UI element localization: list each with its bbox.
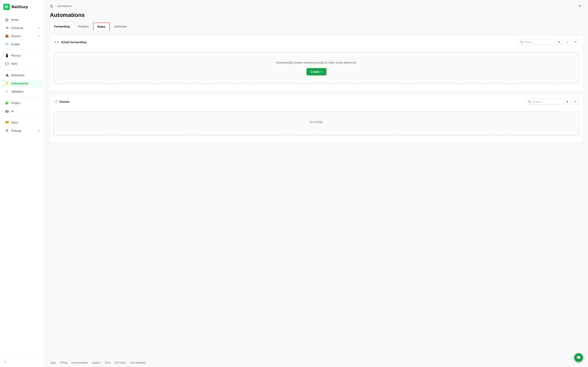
breadcrumb: 🏠 > automations [50,4,72,8]
plans-icon: 💳 [5,120,9,124]
forwarding-empty-text: Automatically forward matching emails to… [58,60,575,65]
sidebar-item-home[interactable]: 🏠 Home [2,16,43,24]
home-breadcrumb-icon[interactable]: 🏠 [50,4,53,8]
filter-icon: ▼ [558,41,561,44]
nav-divider [3,50,42,50]
add-icon: + [567,41,568,44]
tab-repliers[interactable]: Repliers [74,23,93,30]
sidebar-item-label: Plans [11,121,18,124]
sidebar-item-sms[interactable]: 💬 SMS [2,60,43,68]
events-search-placeholder: Search... [532,100,543,103]
page-title: Automations [50,12,583,18]
sidebar-item-label: Webhooks [11,74,25,77]
sidebar-item-plugins[interactable]: 🧩 Plugins [2,99,43,107]
sidebar-item-label: Settings [11,129,21,132]
tab-rules[interactable]: Rules [93,23,110,30]
events-section-card: 🕐 Events 🔍 Search... ▼ ↻ [50,95,583,143]
footer-link-feedback[interactable]: Give feedback [130,361,146,364]
footer-link-api-status[interactable]: API Status [114,361,126,364]
sidebar-item-label: SMS [11,62,17,66]
events-title-row: 🕐 Events [54,100,70,103]
automations-icon: ⚡ [5,81,9,85]
forwarding-search-box[interactable]: 🔍 Search... [518,39,554,45]
forwarding-title-row: ►► Email forwarding [54,40,86,44]
sidebar-item-phones[interactable]: 📱 Phones [2,52,43,59]
sidebar-item-label: Validation [11,90,23,93]
home-icon: 🏠 [5,18,9,22]
forwarding-empty-state: Automatically forward matching emails to… [53,52,580,84]
events-section-header: 🕐 Events 🔍 Search... ▼ ↻ [50,95,583,108]
chat-bubble-button[interactable]: 💬 [574,353,583,362]
sidebar-item-automations[interactable]: ⚡ Automations [2,79,43,87]
collapse-sidebar-button[interactable]: « [3,359,42,365]
events-filter-button[interactable]: ▼ [564,98,571,105]
webhooks-icon: 🔌 [5,73,9,77]
forwarding-search-placeholder: Search... [524,41,535,44]
chevron-down-icon: ▾ [39,129,40,132]
events-empty-state: No results. [53,111,580,136]
phones-icon: 📱 [5,54,9,58]
search-icon: 🔍 [528,100,531,103]
tab-forwarding[interactable]: Forwarding [50,23,74,30]
page-footer: Legal Pricing Documentation Support Tool… [45,358,588,367]
forwarding-title-icon: ►► [54,40,60,44]
ai-icon: 🤖 [5,109,9,113]
nav-divider [3,117,42,117]
logo[interactable]: M MailSlurp [0,0,45,14]
events-actions: 🔍 Search... ▼ ↻ [526,98,579,105]
forwarding-refresh-button[interactable]: ↻ [572,39,579,45]
sidebar-item-compose[interactable]: ✉ Compose ▾ [2,24,43,32]
footer-link-legal[interactable]: Legal [50,361,56,364]
sidebar: M MailSlurp 🏠 Home ✉ Compose ▾ 📥 Inboxes… [0,0,45,367]
compose-icon: ✉ [5,26,9,30]
create-forwarding-button[interactable]: Create + [306,68,327,75]
tab-scheduler[interactable]: Scheduler [110,23,131,30]
app-name: MailSlurp [11,5,28,9]
events-search-box[interactable]: 🔍 Search... [526,99,562,105]
events-refresh-button[interactable]: ↻ [572,98,579,105]
clock-icon: 🕐 [54,100,58,103]
sms-icon: 💬 [5,62,9,66]
forwarding-section-title: Email forwarding [61,40,86,44]
footer-link-support[interactable]: Support [92,361,101,364]
nav-divider [3,97,42,97]
settings-gear-button[interactable]: ⚙ [576,2,583,9]
sidebar-item-label: Emails [11,43,20,46]
forwarding-section-header: ►► Email forwarding 🔍 Search... ▼ + [50,35,583,49]
sidebar-item-plans[interactable]: 💳 Plans [2,118,43,126]
create-button-label: Create [311,70,320,73]
create-button-plus-icon: + [321,70,322,73]
sidebar-nav: 🏠 Home ✉ Compose ▾ 📥 Inboxes ▾ 📧 Emails … [0,14,45,356]
inboxes-icon: 📥 [5,34,9,38]
topbar: 🏠 > automations ⚙ [45,0,588,12]
events-empty-text: No results. [58,120,575,124]
sidebar-item-validation[interactable]: ✓ Validation [2,87,43,95]
footer-link-tools[interactable]: Tools [105,361,111,364]
sidebar-item-label: Compose [11,26,23,30]
forwarding-actions: 🔍 Search... ▼ + ↻ [518,39,579,45]
breadcrumb-separator: > [54,4,56,8]
refresh-icon: ↻ [575,100,577,103]
chat-icon: 💬 [576,355,581,360]
sidebar-item-label: Home [11,18,18,21]
sidebar-item-label: Phones [11,54,21,57]
sidebar-item-label: AI [11,109,14,113]
forwarding-section-card: ►► Email forwarding 🔍 Search... ▼ + [50,35,583,91]
sidebar-item-settings[interactable]: ⚙ Settings ▾ [2,127,43,134]
footer-link-pricing[interactable]: Pricing [60,361,67,364]
validation-icon: ✓ [5,90,9,93]
sidebar-item-label: Inboxes [11,34,21,38]
sidebar-item-emails[interactable]: 📧 Emails [2,40,43,48]
sidebar-item-label: Automations [11,82,29,85]
footer-link-documentation[interactable]: Documentation [71,361,88,364]
main-content: 🏠 > automations ⚙ Automations Forwarding… [45,0,588,367]
sidebar-item-inboxes[interactable]: 📥 Inboxes ▾ [2,32,43,40]
page-body: Automations Forwarding Repliers Rules Sc… [45,12,588,358]
events-section-title: Events [60,100,70,103]
forwarding-add-button[interactable]: + [564,39,571,45]
sidebar-item-webhooks[interactable]: 🔌 Webhooks [2,71,43,79]
forwarding-filter-button[interactable]: ▼ [556,39,562,45]
refresh-icon: ↻ [575,41,577,44]
tabs-bar: Forwarding Repliers Rules Scheduler [50,22,583,30]
sidebar-item-ai[interactable]: 🤖 AI [2,107,43,115]
